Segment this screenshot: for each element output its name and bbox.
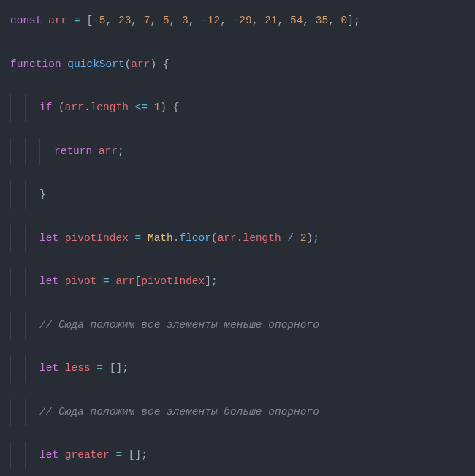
number: 3: [182, 15, 189, 26]
paren-open: (: [58, 101, 65, 113]
identifier: arr: [218, 232, 237, 244]
comma: ,: [278, 15, 290, 26]
keyword-let: let: [39, 232, 58, 244]
comma: ,: [328, 15, 341, 26]
identifier: greater: [65, 449, 110, 461]
identifier: arr: [48, 15, 67, 26]
op-assign: =: [96, 362, 103, 374]
comma: ,: [189, 15, 201, 26]
comma: ,: [131, 15, 143, 26]
identifier: less: [65, 362, 91, 374]
code-line: }: [10, 181, 475, 209]
code-line: return arr;: [10, 138, 475, 166]
bracket-close: ]: [347, 15, 354, 26]
comma: ,: [252, 15, 265, 26]
op-div: /: [287, 232, 294, 244]
comma: ,: [106, 15, 118, 26]
code-line: let less = [];: [10, 355, 475, 383]
paren-close: ): [307, 232, 314, 244]
bracket-close: ]: [205, 275, 211, 287]
method-floor: floor: [179, 232, 211, 244]
number: 2: [300, 232, 307, 244]
brace-open: {: [163, 58, 170, 70]
identifier: arr: [115, 275, 134, 287]
bracket-close: ]: [135, 449, 142, 461]
op-assign: =: [103, 275, 110, 287]
paren-open: (: [211, 232, 218, 244]
semicolon: ;: [313, 232, 319, 244]
code-line: function quickSort(arr) {: [10, 51, 475, 79]
identifier: arr: [65, 101, 84, 113]
keyword-return: return: [54, 145, 92, 157]
number: 5: [163, 15, 170, 26]
bracket-open: [: [129, 449, 135, 461]
op-assign: =: [115, 449, 122, 461]
number: 5: [99, 15, 106, 26]
semicolon: ;: [211, 275, 218, 287]
op-lte: <=: [135, 101, 148, 113]
function-name: quickSort: [67, 58, 124, 70]
paren-close: ): [160, 101, 167, 113]
dot: .: [84, 101, 91, 113]
paren-close: ): [150, 58, 156, 70]
op-minus: -: [201, 15, 208, 26]
code-block: const arr = [-5, 23, 7, 5, 3, -12, -29, …: [10, 7, 475, 476]
identifier: pivotIndex: [141, 275, 205, 287]
brace-close: }: [39, 188, 46, 200]
identifier: pivot: [65, 275, 97, 287]
keyword-let: let: [39, 449, 58, 461]
op-minus: -: [233, 15, 240, 26]
keyword-if: if: [39, 101, 52, 113]
keyword-let: let: [39, 362, 58, 374]
code-line: if (arr.length <= 1) {: [10, 94, 475, 122]
identifier: pivotIndex: [65, 232, 129, 244]
property: length: [91, 101, 129, 113]
keyword-let: let: [39, 275, 58, 287]
keyword-const: const: [10, 15, 42, 26]
bracket-close: ]: [115, 362, 122, 374]
op-assign: =: [74, 15, 80, 26]
number: 23: [118, 15, 131, 26]
comma: ,: [220, 15, 232, 26]
semicolon: ;: [118, 145, 124, 157]
comma: ,: [303, 15, 315, 26]
comment: // Сюда положим все элементы больше опор…: [39, 406, 319, 418]
identifier: arr: [99, 145, 118, 157]
number: 54: [290, 15, 303, 26]
semicolon: ;: [141, 449, 148, 461]
brace-open: {: [173, 101, 180, 113]
object-math: Math: [148, 232, 173, 244]
bracket-open: [: [86, 15, 93, 26]
number: 12: [208, 15, 220, 26]
code-line: let greater = [];: [10, 442, 475, 469]
op-assign: =: [135, 232, 142, 244]
code-line: let pivotIndex = Math.floor(arr.length /…: [10, 225, 475, 253]
number: 0: [341, 15, 348, 26]
code-line: const arr = [-5, 23, 7, 5, 3, -12, -29, …: [10, 7, 475, 35]
parameter: arr: [131, 58, 150, 70]
bracket-open: [: [135, 275, 142, 287]
property: length: [243, 232, 281, 244]
number: 21: [265, 15, 277, 26]
code-line: // Сюда положим все элементы больше опор…: [10, 399, 475, 426]
comma: ,: [170, 15, 182, 26]
semicolon: ;: [354, 15, 360, 26]
code-line: // Сюда положим все элементы меньше опор…: [10, 312, 475, 339]
comma: ,: [150, 15, 162, 26]
keyword-function: function: [10, 58, 61, 70]
semicolon: ;: [122, 362, 129, 374]
number: 35: [316, 15, 328, 26]
code-line: let pivot = arr[pivotIndex];: [10, 268, 475, 296]
number: 29: [239, 15, 251, 26]
comment: // Сюда положим все элементы меньше опор…: [39, 319, 319, 331]
op-minus: -: [93, 15, 99, 26]
